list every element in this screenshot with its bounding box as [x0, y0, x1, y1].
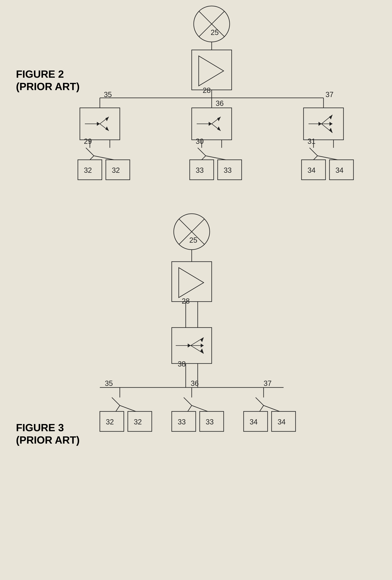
- svg-marker-51: [188, 343, 191, 347]
- f3-node32b-label: 32: [134, 418, 142, 426]
- svg-line-71: [260, 406, 263, 412]
- node25-label: 25: [211, 28, 219, 36]
- node31-label: 31: [307, 137, 315, 145]
- svg-line-27: [198, 148, 206, 156]
- f3-label37: 37: [263, 379, 271, 388]
- figure3-title: FIGURE 3: [16, 422, 80, 434]
- svg-line-17: [94, 156, 114, 160]
- f3-node25-label: 25: [189, 236, 197, 244]
- svg-marker-55: [201, 343, 204, 347]
- svg-line-67: [188, 406, 192, 412]
- svg-line-43: [317, 156, 338, 160]
- label36-fig2: 36: [216, 99, 224, 108]
- svg-marker-8: [97, 122, 100, 126]
- figure3-diagram: 25 28 38 35 36 37: [80, 210, 319, 569]
- node28-box: [192, 50, 232, 90]
- svg-marker-34: [329, 115, 333, 120]
- f3-node34a-label: 34: [250, 418, 258, 426]
- svg-line-68: [192, 406, 208, 412]
- f3-node28-box: [172, 262, 212, 301]
- svg-marker-53: [200, 337, 204, 342]
- figure3-sublabel: (PRIOR ART): [16, 434, 80, 446]
- node34a-label: 34: [307, 166, 315, 174]
- svg-marker-32: [318, 122, 321, 126]
- svg-marker-22: [217, 117, 221, 121]
- svg-line-72: [263, 406, 279, 412]
- svg-marker-3: [199, 56, 224, 86]
- svg-line-62: [112, 398, 120, 406]
- svg-line-16: [90, 156, 94, 160]
- f3-node34b-label: 34: [277, 418, 285, 426]
- node28-label: 28: [203, 86, 211, 95]
- svg-line-15: [86, 148, 94, 156]
- svg-marker-47: [179, 268, 204, 297]
- svg-line-66: [184, 398, 192, 406]
- svg-marker-10: [106, 117, 109, 121]
- svg-line-29: [206, 156, 226, 160]
- node33a-label: 33: [196, 166, 204, 174]
- f3-label35: 35: [105, 379, 113, 388]
- svg-marker-12: [106, 127, 109, 131]
- svg-line-63: [116, 406, 120, 412]
- node29-label: 29: [84, 137, 92, 145]
- figure3-label: FIGURE 3 (PRIOR ART): [16, 422, 80, 446]
- svg-line-70: [256, 398, 263, 406]
- f3-node33b-label: 33: [206, 418, 214, 426]
- figure2-diagram: 25 28 35 29 32 32: [60, 2, 360, 182]
- f3-node33a-label: 33: [178, 418, 186, 426]
- svg-line-42: [313, 156, 317, 160]
- svg-line-41: [309, 148, 317, 156]
- label35-fig2: 35: [104, 91, 112, 99]
- svg-marker-57: [200, 348, 204, 353]
- node32b-label: 32: [112, 166, 120, 174]
- page: FIGURE 2 (PRIOR ART) 25 28 35: [0, 0, 392, 580]
- f3-label36: 36: [191, 379, 199, 388]
- node32a-label: 32: [84, 166, 92, 174]
- f3-node38-label: 38: [178, 360, 186, 368]
- node30-label: 30: [196, 137, 204, 145]
- svg-marker-20: [209, 122, 212, 126]
- f3-node32a-label: 32: [106, 418, 114, 426]
- label37-fig2: 37: [325, 91, 334, 99]
- svg-marker-38: [329, 128, 333, 133]
- node33b-label: 33: [224, 166, 232, 174]
- node34b-label: 34: [336, 166, 344, 174]
- svg-marker-36: [330, 122, 333, 126]
- svg-line-64: [120, 406, 136, 412]
- svg-marker-24: [217, 127, 221, 131]
- svg-line-28: [202, 156, 206, 160]
